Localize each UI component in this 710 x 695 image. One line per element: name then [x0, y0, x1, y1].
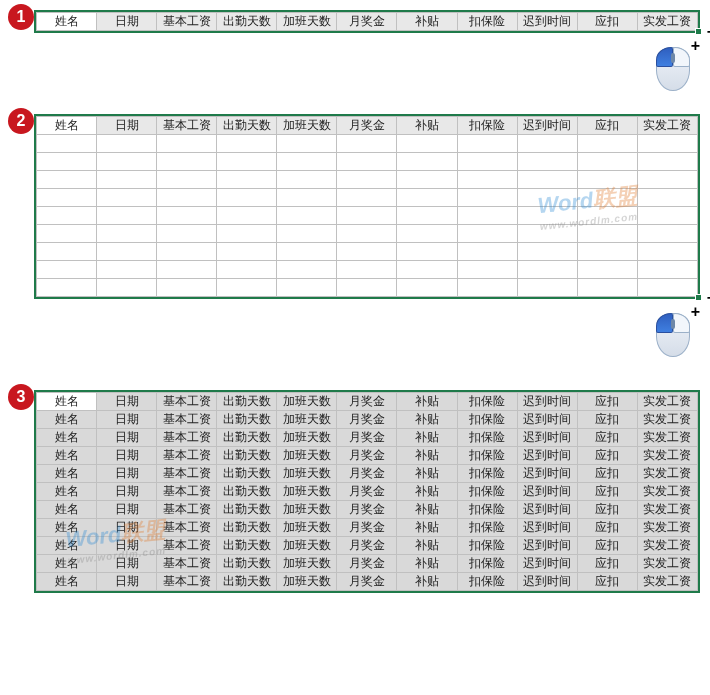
- cell[interactable]: [217, 261, 277, 279]
- cell[interactable]: [277, 261, 337, 279]
- cell[interactable]: [457, 171, 517, 189]
- cell[interactable]: 姓名: [37, 519, 97, 537]
- cell[interactable]: [157, 153, 217, 171]
- cell[interactable]: [37, 207, 97, 225]
- cell[interactable]: 加班天数: [277, 393, 337, 411]
- cell[interactable]: 日期: [97, 519, 157, 537]
- cell[interactable]: 月奖金: [337, 447, 397, 465]
- cell[interactable]: 扣保险: [457, 519, 517, 537]
- cell[interactable]: [277, 225, 337, 243]
- cell[interactable]: 实发工资: [637, 537, 697, 555]
- cell[interactable]: 出勤天数: [217, 573, 277, 591]
- cell[interactable]: 应扣: [577, 501, 637, 519]
- cell[interactable]: [337, 279, 397, 297]
- cell[interactable]: 扣保险: [457, 483, 517, 501]
- cell[interactable]: [277, 279, 337, 297]
- cell[interactable]: 应扣: [577, 429, 637, 447]
- cell[interactable]: 姓名: [37, 393, 97, 411]
- cell[interactable]: [37, 243, 97, 261]
- cell[interactable]: [337, 135, 397, 153]
- cell[interactable]: 扣保险: [457, 465, 517, 483]
- cell[interactable]: 姓名: [37, 465, 97, 483]
- cell[interactable]: 出勤天数: [217, 393, 277, 411]
- cell[interactable]: 应扣: [577, 393, 637, 411]
- cell[interactable]: [517, 279, 577, 297]
- cell[interactable]: 姓名: [37, 573, 97, 591]
- cell[interactable]: 应扣: [577, 411, 637, 429]
- cell[interactable]: 迟到时间: [517, 555, 577, 573]
- cell[interactable]: [337, 261, 397, 279]
- cell[interactable]: 扣保险: [457, 573, 517, 591]
- cell[interactable]: [517, 207, 577, 225]
- cell[interactable]: [637, 189, 697, 207]
- cell[interactable]: 月奖金: [337, 519, 397, 537]
- cell[interactable]: 姓名: [37, 411, 97, 429]
- cell[interactable]: [457, 135, 517, 153]
- cell[interactable]: [157, 171, 217, 189]
- cell[interactable]: 加班天数: [277, 501, 337, 519]
- cell[interactable]: [637, 261, 697, 279]
- cell[interactable]: 迟到时间: [517, 393, 577, 411]
- cell[interactable]: [217, 171, 277, 189]
- cell[interactable]: [457, 279, 517, 297]
- cell[interactable]: 补贴: [397, 537, 457, 555]
- cell[interactable]: 加班天数: [277, 483, 337, 501]
- cell[interactable]: 应扣: [577, 555, 637, 573]
- cell[interactable]: [577, 279, 637, 297]
- cell[interactable]: 出勤天数: [217, 465, 277, 483]
- cell[interactable]: 日期: [97, 555, 157, 573]
- cell[interactable]: 扣保险: [457, 411, 517, 429]
- cell[interactable]: [157, 189, 217, 207]
- cell[interactable]: 基本工资: [157, 465, 217, 483]
- cell[interactable]: [157, 135, 217, 153]
- cell[interactable]: [157, 225, 217, 243]
- cell[interactable]: 姓名: [37, 555, 97, 573]
- cell[interactable]: 加班天数: [277, 465, 337, 483]
- cell[interactable]: [97, 207, 157, 225]
- cell[interactable]: [157, 261, 217, 279]
- cell[interactable]: 日期: [97, 483, 157, 501]
- cell[interactable]: 实发工资: [637, 519, 697, 537]
- cell[interactable]: 迟到时间: [517, 537, 577, 555]
- cell[interactable]: 加班天数: [277, 573, 337, 591]
- cell[interactable]: [37, 135, 97, 153]
- cell[interactable]: [577, 189, 637, 207]
- cell[interactable]: [97, 171, 157, 189]
- cell[interactable]: [457, 261, 517, 279]
- cell[interactable]: 扣保险: [457, 429, 517, 447]
- cell[interactable]: 补贴: [397, 465, 457, 483]
- cell[interactable]: [637, 225, 697, 243]
- cell[interactable]: 日期: [97, 393, 157, 411]
- cell[interactable]: [637, 153, 697, 171]
- cell[interactable]: [397, 225, 457, 243]
- cell[interactable]: [277, 189, 337, 207]
- cell[interactable]: [517, 225, 577, 243]
- cell[interactable]: [97, 153, 157, 171]
- cell[interactable]: 加班天数: [277, 555, 337, 573]
- cell[interactable]: 姓名: [37, 483, 97, 501]
- cell[interactable]: 月奖金: [337, 537, 397, 555]
- cell[interactable]: 加班天数: [277, 447, 337, 465]
- cell[interactable]: [457, 225, 517, 243]
- cell[interactable]: 补贴: [397, 573, 457, 591]
- cell[interactable]: [577, 243, 637, 261]
- cell[interactable]: 实发工资: [637, 573, 697, 591]
- cell[interactable]: 实发工资: [637, 501, 697, 519]
- cell[interactable]: [517, 243, 577, 261]
- cell[interactable]: 补贴: [397, 411, 457, 429]
- cell[interactable]: 迟到时间: [517, 429, 577, 447]
- cell[interactable]: 补贴: [397, 483, 457, 501]
- cell[interactable]: 日期: [97, 447, 157, 465]
- cell[interactable]: 加班天数: [277, 537, 337, 555]
- cell[interactable]: [97, 243, 157, 261]
- cell[interactable]: 月奖金: [337, 465, 397, 483]
- cell[interactable]: [337, 189, 397, 207]
- cell[interactable]: 应扣: [577, 519, 637, 537]
- cell[interactable]: 基本工资: [157, 447, 217, 465]
- cell[interactable]: 基本工资: [157, 393, 217, 411]
- cell[interactable]: [157, 279, 217, 297]
- cell[interactable]: 实发工资: [637, 393, 697, 411]
- cell[interactable]: [577, 153, 637, 171]
- cell[interactable]: [457, 207, 517, 225]
- cell[interactable]: [457, 189, 517, 207]
